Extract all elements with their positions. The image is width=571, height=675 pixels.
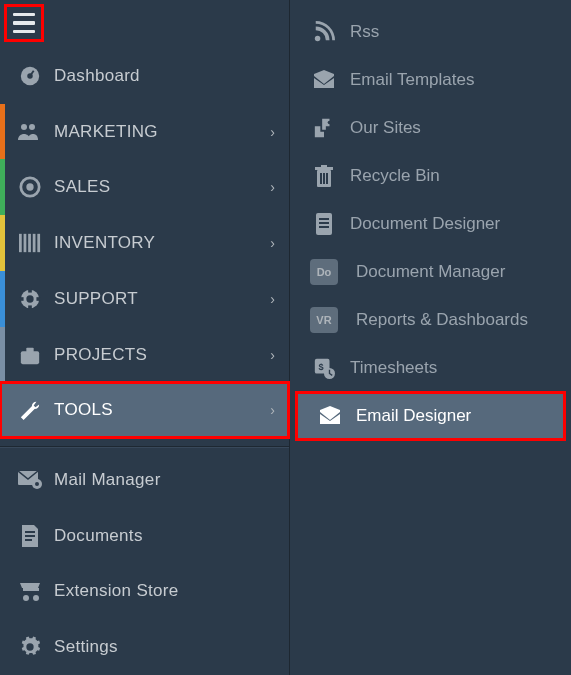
nav-label: Mail Manager bbox=[54, 470, 275, 490]
nav-tools[interactable]: TOOLS › bbox=[0, 382, 289, 438]
nav-label: Dashboard bbox=[54, 66, 275, 86]
svg-text:$: $ bbox=[319, 362, 324, 372]
svg-rect-16 bbox=[19, 297, 24, 301]
svg-point-3 bbox=[21, 124, 27, 130]
projects-icon bbox=[16, 345, 44, 365]
sub-label: Email Templates bbox=[350, 70, 559, 90]
svg-rect-8 bbox=[24, 234, 27, 252]
dashboard-icon bbox=[16, 65, 44, 87]
tools-icon bbox=[16, 399, 44, 421]
nav-label: Extension Store bbox=[54, 581, 275, 601]
sub-rss[interactable]: Rss bbox=[290, 8, 571, 56]
sub-document-manager[interactable]: Do Document Manager bbox=[290, 248, 571, 296]
svg-point-4 bbox=[29, 124, 35, 130]
nav-marketing[interactable]: MARKETING › bbox=[0, 104, 289, 160]
svg-rect-34 bbox=[320, 173, 322, 184]
mail-manager-icon bbox=[16, 471, 44, 489]
nav-label: Settings bbox=[54, 637, 275, 657]
svg-point-30 bbox=[328, 121, 332, 125]
sub-email-templates[interactable]: Email Templates bbox=[290, 56, 571, 104]
sub-label: Timesheets bbox=[350, 358, 559, 378]
nav-label: PROJECTS bbox=[54, 345, 270, 365]
svg-point-29 bbox=[315, 36, 321, 41]
sub-label: Email Designer bbox=[356, 406, 553, 426]
svg-rect-15 bbox=[28, 305, 32, 310]
svg-rect-18 bbox=[21, 351, 39, 364]
timesheets-icon: $ bbox=[308, 357, 340, 379]
svg-point-13 bbox=[26, 295, 33, 302]
sales-icon bbox=[16, 176, 44, 198]
sub-email-designer[interactable]: Email Designer bbox=[296, 392, 565, 440]
svg-rect-7 bbox=[19, 234, 22, 252]
chevron-right-icon: › bbox=[270, 179, 275, 195]
chevron-right-icon: › bbox=[270, 347, 275, 363]
sub-recycle-bin[interactable]: Recycle Bin bbox=[290, 152, 571, 200]
nav-mail-manager[interactable]: Mail Manager bbox=[0, 452, 289, 508]
svg-rect-9 bbox=[28, 234, 31, 252]
sub-reports-dashboards[interactable]: VR Reports & Dashboards bbox=[290, 296, 571, 344]
settings-icon bbox=[16, 636, 44, 658]
badge-vr: VR bbox=[310, 307, 338, 333]
nav-inventory[interactable]: INVENTORY › bbox=[0, 215, 289, 271]
sub-label: Document Manager bbox=[350, 262, 559, 282]
nav-extension-store[interactable]: Extension Store bbox=[0, 564, 289, 620]
our-sites-icon bbox=[308, 117, 340, 139]
sub-label: Document Designer bbox=[350, 214, 559, 234]
nav-label: SUPPORT bbox=[54, 289, 270, 309]
chevron-right-icon: › bbox=[270, 402, 275, 418]
svg-rect-35 bbox=[323, 173, 325, 184]
sub-timesheets[interactable]: $ Timesheets bbox=[290, 344, 571, 392]
sub-label: Our Sites bbox=[350, 118, 559, 138]
documents-icon bbox=[16, 525, 44, 547]
svg-point-6 bbox=[26, 184, 33, 191]
svg-rect-39 bbox=[319, 222, 329, 224]
sub-label: Recycle Bin bbox=[350, 166, 559, 186]
nav-label: SALES bbox=[54, 177, 270, 197]
svg-rect-24 bbox=[25, 535, 35, 537]
svg-rect-25 bbox=[25, 539, 32, 541]
chevron-right-icon: › bbox=[270, 235, 275, 251]
nav-documents[interactable]: Documents bbox=[0, 508, 289, 564]
svg-point-22 bbox=[35, 482, 39, 486]
nav-label: INVENTORY bbox=[54, 233, 270, 253]
document-designer-icon bbox=[308, 213, 340, 235]
nav-sales[interactable]: SALES › bbox=[0, 159, 289, 215]
badge-do: Do bbox=[310, 259, 338, 285]
nav-settings[interactable]: Settings bbox=[0, 619, 289, 675]
nav-dashboard[interactable]: Dashboard bbox=[0, 48, 289, 104]
nav-support[interactable]: SUPPORT › bbox=[0, 271, 289, 327]
reports-dashboards-icon: VR bbox=[308, 307, 340, 333]
primary-nav: Dashboard MARKETING › SALES › INVENTORY … bbox=[0, 0, 290, 675]
extension-store-icon bbox=[16, 580, 44, 602]
tools-submenu: Rss Email Templates Our Sites Recycle Bi… bbox=[290, 0, 571, 675]
sub-label: Reports & Dashboards bbox=[350, 310, 559, 330]
svg-point-26 bbox=[23, 595, 29, 601]
sub-label: Rss bbox=[350, 22, 559, 42]
svg-point-27 bbox=[33, 595, 39, 601]
svg-rect-14 bbox=[28, 288, 32, 293]
support-icon bbox=[16, 288, 44, 310]
nav-label: MARKETING bbox=[54, 122, 270, 142]
sub-document-designer[interactable]: Document Designer bbox=[290, 200, 571, 248]
recycle-bin-icon bbox=[308, 165, 340, 187]
document-manager-icon: Do bbox=[308, 259, 340, 285]
svg-rect-36 bbox=[326, 173, 328, 184]
svg-rect-19 bbox=[26, 347, 33, 352]
svg-rect-28 bbox=[23, 588, 39, 591]
nav-projects[interactable]: PROJECTS › bbox=[0, 327, 289, 383]
svg-rect-33 bbox=[321, 165, 327, 168]
hamburger-menu-button[interactable] bbox=[4, 4, 44, 42]
marketing-icon bbox=[16, 122, 44, 142]
svg-rect-11 bbox=[37, 234, 40, 252]
svg-rect-17 bbox=[36, 297, 41, 301]
nav-divider bbox=[0, 446, 289, 448]
svg-rect-40 bbox=[319, 226, 329, 228]
inventory-icon bbox=[16, 233, 44, 253]
email-designer-icon bbox=[314, 406, 346, 426]
chevron-right-icon: › bbox=[270, 291, 275, 307]
nav-label: Documents bbox=[54, 526, 275, 546]
svg-rect-38 bbox=[319, 218, 329, 220]
email-templates-icon bbox=[308, 70, 340, 90]
sub-our-sites[interactable]: Our Sites bbox=[290, 104, 571, 152]
rss-icon bbox=[308, 21, 340, 43]
